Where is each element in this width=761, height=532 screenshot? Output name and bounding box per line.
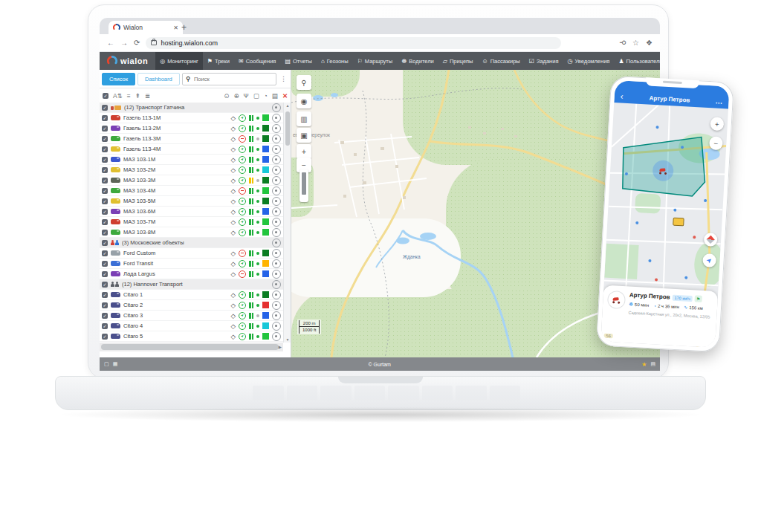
row-checkbox[interactable]: ✓ [102,146,108,152]
unit-row[interactable]: ✓Citaro 3◇ [100,311,283,321]
nav-item-tracks[interactable]: ⚑Треки [203,52,234,70]
expand-icon[interactable] [272,280,281,289]
location-icon[interactable]: ◇ [230,333,236,340]
row-checkbox[interactable]: ✓ [102,230,108,236]
expand-icon[interactable] [272,103,281,112]
row-checkbox[interactable]: ✓ [102,115,108,121]
row-checkbox[interactable]: ✓ [102,178,108,184]
collapse-icon[interactable]: ⇞ [135,92,140,100]
expand-icon[interactable] [272,218,281,227]
nav-item-messages[interactable]: ✉Сообщения [234,52,280,70]
location-icon[interactable]: ◇ [230,187,236,195]
row-checkbox[interactable]: ✓ [102,219,108,225]
location-icon[interactable]: ◇ [230,312,236,319]
expand-icon[interactable] [272,228,281,237]
bookmark-star-icon[interactable]: ☆ [632,39,639,47]
row-checkbox[interactable]: ✓ [102,261,108,267]
vertical-scrollbar[interactable]: ▲ ▼ [283,103,291,343]
location-icon[interactable]: ◇ [230,302,236,309]
row-checkbox[interactable]: ✓ [102,282,108,288]
expand-all-icon[interactable]: ≣ [145,92,150,100]
expand-icon[interactable] [272,114,281,123]
scrollbar-thumb[interactable] [101,344,279,350]
row-checkbox[interactable]: ✓ [102,250,108,256]
unit-row[interactable]: ✓МАЗ 103-3М◇ [100,175,283,186]
expand-icon[interactable] [272,155,281,164]
new-tab-button[interactable]: + [181,22,187,33]
location-icon[interactable]: ◇ [230,291,236,299]
expand-icon[interactable] [272,249,281,258]
expand-icon[interactable] [272,259,281,268]
location-icon[interactable]: ◇ [230,114,236,122]
search-input[interactable] [192,75,273,83]
row-checkbox[interactable]: ✓ [102,271,108,277]
location-icon[interactable]: ◇ [230,270,236,278]
wialon-logo[interactable]: wialon [100,56,155,66]
expand-icon[interactable] [272,301,281,310]
monitor-icon[interactable]: ▢ [253,92,259,100]
expand-icon[interactable] [272,322,281,331]
row-checkbox[interactable]: ✓ [102,198,108,204]
search-box[interactable]: ⚲ [182,73,276,85]
location-icon[interactable]: ◇ [230,229,236,236]
scooter-marker-icon[interactable] [658,167,668,175]
unit-row[interactable]: ✓Газель 113-4М◇ [100,144,283,155]
unit-row[interactable]: ✓Газель 113-2М◇ [100,123,283,134]
tab-dashboard[interactable]: Dashboard [137,73,180,85]
unit-row[interactable]: ✓МАЗ 103-8М◇ [100,227,283,238]
horizontal-scrollbar[interactable]: ▶ [100,343,283,351]
location-icon[interactable]: ◇ [230,156,236,163]
locate-icon[interactable]: ⊙ [224,92,229,100]
map-visibility-button[interactable]: ◉ [297,94,311,108]
nav-item-reports[interactable]: ▤Отчеты [280,52,317,70]
extensions-icon[interactable]: ❖ [646,39,652,47]
row-checkbox[interactable]: ✓ [102,209,108,215]
expand-icon[interactable] [272,270,281,279]
close-tab-icon[interactable]: ✕ [173,25,178,31]
expand-icon[interactable] [272,197,281,206]
row-checkbox[interactable]: ✓ [102,240,108,246]
unit-row[interactable]: ✓МАЗ 103-2М◇ [100,165,283,175]
location-icon[interactable]: ◇ [230,322,236,330]
expand-icon[interactable] [272,207,281,216]
clear-icon[interactable]: ✕ [282,92,288,100]
unit-row[interactable]: ✓МАЗ 103-6М◇ [100,207,283,217]
unit-row[interactable]: ✓МАЗ 103-4М◇ [100,186,283,196]
tab-list[interactable]: Список [102,73,135,85]
unit-row[interactable]: ✓Citaro 2◇ [100,300,283,311]
reload-icon[interactable]: ⟳ [134,39,140,47]
row-checkbox[interactable]: ✓ [102,136,108,142]
scroll-right-icon[interactable]: ▶ [279,345,283,349]
nav-item-passengers[interactable]: ☺Пассажиры [478,52,525,70]
list-order-icon[interactable]: ≡ [127,92,131,100]
unit-row[interactable]: ✓МАЗ 103-7М◇ [100,217,283,227]
group-row[interactable]: ✓(12) Транспорт Гатчина [100,103,283,113]
expand-icon[interactable] [272,134,281,143]
zoom-slider-handle[interactable] [302,172,306,195]
expand-icon[interactable] [272,145,281,154]
location-icon[interactable]: ◇ [230,208,236,215]
key-icon[interactable]: ⚲ [619,40,627,45]
unit-row[interactable]: ✓Газель 113-3М◇ [100,134,283,144]
zoom-in-button[interactable]: + [297,144,311,159]
panel-menu-icon[interactable]: ⋮ [279,75,288,82]
street-view-button[interactable]: ▣ [297,128,311,143]
footer-display-icon[interactable]: ▢ [104,361,109,367]
zoom-slider[interactable] [299,169,308,202]
group-row[interactable]: ✓(12) Hannover Transport [100,279,283,290]
location-icon[interactable]: ◇ [230,198,236,205]
back-icon[interactable]: ← [107,39,114,47]
expand-icon[interactable] [272,311,281,320]
row-checkbox[interactable]: ✓ [102,334,108,340]
row-checkbox[interactable]: ✓ [102,126,108,132]
scroll-up-icon[interactable]: ▲ [284,103,291,108]
url-bar[interactable]: hosting.wialon.com [146,37,561,49]
sort-az-icon[interactable]: A⇅ [113,92,123,100]
unit-row[interactable]: ✓Лада Largus◇ [100,269,283,279]
location-icon[interactable]: ◇ [230,166,236,174]
unit-row[interactable]: ✓МАЗ 103-1М◇ [100,155,283,165]
scroll-down-icon[interactable]: ▼ [284,337,291,342]
row-checkbox[interactable]: ✓ [102,105,108,111]
expand-icon[interactable] [272,239,281,247]
row-checkbox[interactable]: ✓ [102,188,108,194]
